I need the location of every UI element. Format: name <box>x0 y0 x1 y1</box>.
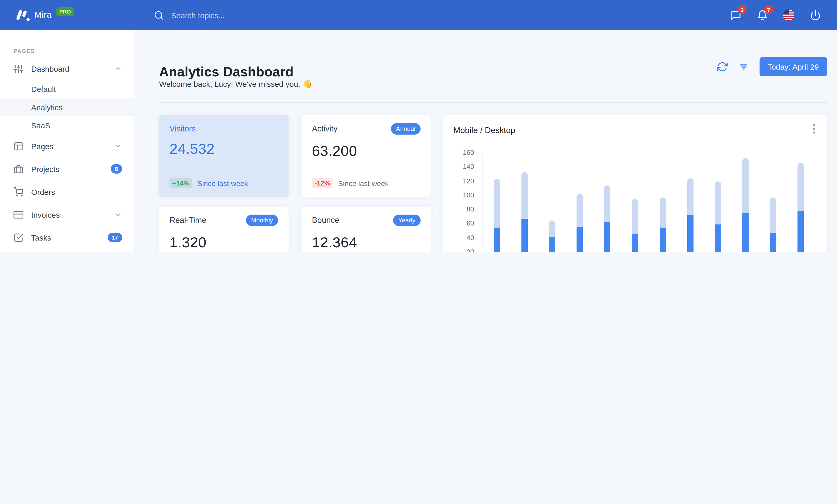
sidebar-subitem-analytics[interactable]: Analytics <box>0 98 133 116</box>
bar-slot-nov <box>759 153 787 252</box>
bar-may[interactable] <box>604 185 610 252</box>
chart-menu-button[interactable] <box>809 124 819 134</box>
sidebar-subitem-saas[interactable]: SaaS <box>0 116 133 135</box>
bar-sep[interactable] <box>715 181 721 252</box>
refresh-icon[interactable] <box>717 61 728 72</box>
header-divider <box>159 102 827 103</box>
bar-jul[interactable] <box>659 198 666 252</box>
bar-slot-jan <box>483 153 511 252</box>
top-navbar: Mira PRO 3 7 <box>0 0 837 30</box>
desktop-segment <box>770 198 777 233</box>
desktop-segment <box>715 181 721 224</box>
notifications-count-badge: 7 <box>764 5 773 14</box>
bar-slot-feb <box>511 153 538 252</box>
bar-oct[interactable] <box>742 158 749 252</box>
y-tick-label: 80 <box>453 205 474 213</box>
bar-slot-mar <box>538 153 566 252</box>
mobile-segment <box>798 211 804 252</box>
desktop-segment <box>521 172 528 219</box>
stat-period-badge: Yearly <box>393 214 421 226</box>
stat-card-bounce: BounceYearly12.364+27%Since last week <box>302 207 431 252</box>
mobile-segment <box>549 237 555 252</box>
bars <box>483 153 815 252</box>
y-tick-label: 60 <box>453 220 474 227</box>
stat-delta-badge: -12% <box>312 178 333 188</box>
y-tick-label: 140 <box>453 163 474 171</box>
mobile-segment <box>576 227 583 252</box>
date-range-button[interactable]: Today: April 29 <box>759 57 827 76</box>
cart-icon <box>14 187 23 197</box>
sidebar-subitem-default[interactable]: Default <box>0 80 133 98</box>
search-input[interactable] <box>170 10 295 20</box>
sign-out-button[interactable] <box>809 9 821 21</box>
y-tick-label: 120 <box>453 177 474 185</box>
sidebar-item-dashboard[interactable]: Dashboard <box>0 57 133 80</box>
desktop-segment <box>494 179 500 228</box>
sidebar-item-calendar[interactable]: Calendar <box>0 249 133 252</box>
bar-slot-apr <box>566 153 593 252</box>
stat-period-badge: Monthly <box>246 214 278 226</box>
filter-icon[interactable] <box>738 61 749 72</box>
sidebar: PAGESDashboardDefaultAnalyticsSaaSPagesP… <box>0 30 134 252</box>
stat-period-badge: Annual <box>391 123 421 135</box>
sidebar-item-pages[interactable]: Pages <box>0 135 133 157</box>
page-title: Analytics Dashboard <box>159 64 293 80</box>
sidebar-item-orders[interactable]: Orders <box>0 180 133 203</box>
chevron-up-icon <box>114 64 122 73</box>
bar-feb[interactable] <box>521 172 528 252</box>
bar-jun[interactable] <box>632 199 638 252</box>
navbar-actions: 3 7 <box>729 9 837 21</box>
notifications-button[interactable]: 7 <box>756 9 768 21</box>
stat-card-visitors: Visitors24.532+14%Since last week <box>159 115 288 197</box>
bar-slot-aug <box>676 153 704 252</box>
app-root: Mira PRO 3 7 PAGESDashboardDefaul <box>0 0 837 252</box>
bar-aug[interactable] <box>687 178 694 252</box>
chevron-down-icon <box>114 142 122 150</box>
stat-title: Bounce <box>312 216 339 225</box>
credit-card-icon <box>14 210 23 220</box>
bar-nov[interactable] <box>770 198 777 252</box>
briefcase-icon <box>14 164 23 174</box>
y-tick-label: 20 <box>453 248 474 252</box>
desktop-segment <box>742 158 749 213</box>
messages-count-badge: 3 <box>738 5 747 14</box>
brand-name: Mira <box>34 10 52 20</box>
desktop-segment <box>632 199 638 234</box>
language-button[interactable] <box>782 9 795 21</box>
bar-slot-jun <box>621 153 649 252</box>
bar-dec[interactable] <box>798 163 804 252</box>
bar-apr[interactable] <box>576 194 583 252</box>
desktop-segment <box>798 163 804 211</box>
stat-title: Activity <box>312 124 337 133</box>
bar-slot-dec <box>787 153 815 252</box>
count-badge: 8 <box>111 164 122 173</box>
mobile-segment <box>742 213 749 252</box>
mobile-segment <box>659 228 666 252</box>
power-icon <box>810 10 821 20</box>
desktop-segment <box>549 221 555 237</box>
stat-title: Real-Time <box>170 216 207 225</box>
bar-slot-may <box>593 153 621 252</box>
search-bar <box>154 10 295 20</box>
sidebar-item-projects[interactable]: Projects8 <box>0 157 133 180</box>
messages-button[interactable]: 3 <box>729 9 742 21</box>
bar-jan[interactable] <box>494 179 500 252</box>
us-flag-icon <box>783 10 795 21</box>
chart-title: Mobile / Desktop <box>453 126 817 135</box>
brand[interactable]: Mira PRO <box>0 8 134 22</box>
mobile-desktop-chart-card: Mobile / Desktop 160140120100806040200 J… <box>443 115 827 252</box>
welcome-message: Welcome back, Lucy! We've missed you. 👋 <box>159 79 312 89</box>
mobile-segment <box>632 234 638 252</box>
sidebar-item-tasks[interactable]: Tasks17 <box>0 226 133 249</box>
bar-mar[interactable] <box>549 221 555 252</box>
bar-slot-oct <box>732 153 759 252</box>
sidebar-section-label: PAGES <box>0 48 133 54</box>
mobile-segment <box>521 219 528 252</box>
y-tick-label: 160 <box>453 149 474 156</box>
sidebar-item-invoices[interactable]: Invoices <box>0 203 133 226</box>
mira-logo-icon <box>16 8 29 22</box>
desktop-segment <box>659 198 666 228</box>
stat-note: Since last week <box>197 179 248 187</box>
stat-value: 63.200 <box>312 143 421 160</box>
desktop-segment <box>576 194 583 227</box>
